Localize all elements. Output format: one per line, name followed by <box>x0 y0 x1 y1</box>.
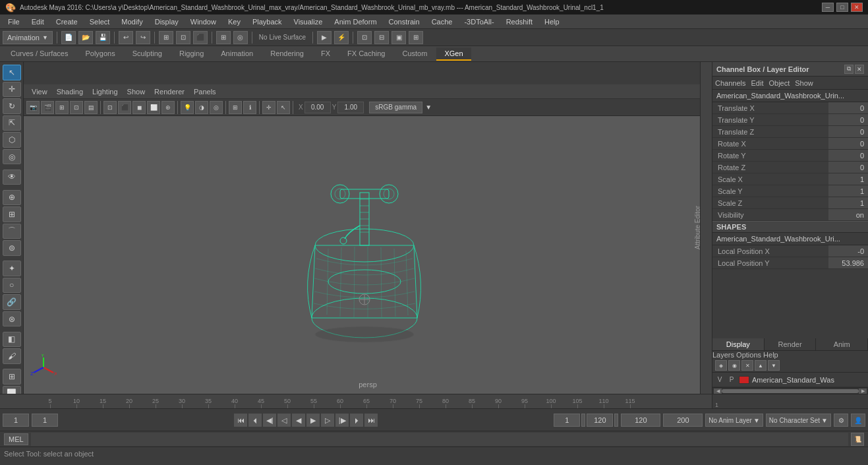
sx-value[interactable]: 1 <box>828 173 868 185</box>
vp-camera-btn[interactable]: 📷 <box>26 101 40 114</box>
max-end-value[interactable]: 200 <box>663 414 703 427</box>
maximize-button[interactable]: □ <box>836 3 848 12</box>
range-start-input[interactable]: 1 <box>554 414 580 427</box>
snap-pt-btn[interactable]: ⊕ <box>3 190 21 206</box>
tab-polygons[interactable]: Polygons <box>77 47 123 61</box>
sy-value[interactable]: 1 <box>828 185 868 197</box>
select-btn[interactable]: ⊞ <box>159 31 173 44</box>
snap-curve-btn[interactable]: ◎ <box>233 31 248 44</box>
play-forward-btn[interactable]: ▶ <box>306 414 320 427</box>
step-back-btn[interactable]: ⏴ <box>248 414 262 427</box>
ty-value[interactable]: 0 <box>828 114 868 125</box>
current-frame-display[interactable]: 1 <box>3 414 29 427</box>
layout-btn-4[interactable]: ⊞ <box>409 31 423 44</box>
layers-menu-help[interactable]: Help <box>763 351 778 359</box>
render-btn[interactable]: ▶ <box>317 31 332 44</box>
redo-btn[interactable]: ↪ <box>136 31 150 44</box>
ch-menu-channels[interactable]: Channels <box>715 79 745 87</box>
vp-flat-btn[interactable]: ◼ <box>132 101 146 114</box>
vis-value[interactable]: on <box>828 209 868 220</box>
ch-menu-edit[interactable]: Edit <box>751 79 763 87</box>
layout-btn-3[interactable]: ▣ <box>391 31 406 44</box>
layers-menu-layers[interactable]: Layers <box>712 351 734 359</box>
last-tool-btn[interactable]: ⬡ <box>3 132 21 148</box>
cluster-btn[interactable]: ✦ <box>3 261 21 276</box>
menu-select[interactable]: Select <box>84 16 115 27</box>
undo-btn[interactable]: ↩ <box>119 31 133 44</box>
layers-move-up-btn[interactable]: ▲ <box>755 360 767 371</box>
snap-curve-tool-btn[interactable]: ⌒ <box>3 224 21 239</box>
tab-fx[interactable]: FX <box>313 47 338 61</box>
mel-input[interactable] <box>31 433 848 446</box>
tab-display[interactable]: Display <box>712 338 765 350</box>
mel-script-btn[interactable]: 📜 <box>851 433 864 446</box>
vp-safe-action-btn[interactable]: ⊡ <box>70 101 83 114</box>
tab-render[interactable]: Render <box>765 338 817 350</box>
layout-btn-1[interactable]: ⊡ <box>357 31 372 44</box>
close-button[interactable]: ✕ <box>851 3 863 12</box>
ik-btn[interactable]: 🔗 <box>3 294 21 310</box>
window-controls[interactable]: ─ □ ✕ <box>822 3 863 12</box>
vp-shadow-btn[interactable]: ◑ <box>195 101 208 114</box>
bind-skin-btn[interactable]: ⊛ <box>3 311 21 327</box>
move-tool-btn[interactable]: ✛ <box>3 82 21 98</box>
layers-new-empty-btn[interactable]: ◉ <box>728 360 740 371</box>
ry-value[interactable]: 0 <box>828 150 868 161</box>
scale-tool-btn[interactable]: ⇱ <box>3 115 21 131</box>
minimize-button[interactable]: ─ <box>822 3 834 12</box>
snap-surf-btn[interactable]: ⊚ <box>3 240 21 256</box>
open-scene-btn[interactable]: 📂 <box>78 31 93 44</box>
menu-key[interactable]: Key <box>223 16 246 27</box>
save-scene-btn[interactable]: 💾 <box>96 31 110 44</box>
vp-panels-menu[interactable]: Panels <box>190 86 220 97</box>
start-frame-display[interactable]: 1 <box>32 414 58 427</box>
menu-anim-deform[interactable]: Anim Deform <box>329 16 382 27</box>
scroll-thumb[interactable] <box>722 389 859 393</box>
tab-fx-caching[interactable]: FX Caching <box>339 47 393 61</box>
vp-xray-btn[interactable]: ◎ <box>210 101 223 114</box>
vp-sel-cam-btn[interactable]: 🎬 <box>41 101 54 114</box>
ipr-btn[interactable]: ⚡ <box>334 31 349 44</box>
vp-heads-up-btn[interactable]: ℹ <box>243 101 256 114</box>
vp-safe-title-btn[interactable]: ▤ <box>84 101 98 114</box>
menu-cache[interactable]: Cache <box>426 16 458 27</box>
prev-frame-btn[interactable]: ◁ <box>277 414 291 427</box>
step-fwd-btn[interactable]: ⏵ <box>350 414 363 427</box>
tab-xgen[interactable]: XGen <box>436 47 471 61</box>
no-char-set-dropdown[interactable]: No Character Set ▼ <box>766 414 831 427</box>
vp-bounding-btn[interactable]: ⬜ <box>147 101 160 114</box>
ch-menu-show[interactable]: Show <box>795 79 813 87</box>
vp-film-gate-btn[interactable]: ⊞ <box>55 101 69 114</box>
viewport-canvas[interactable]: X Y Z persp <box>24 116 712 394</box>
tab-anim[interactable]: Anim <box>816 338 868 350</box>
layout-btn-2[interactable]: ⊟ <box>374 31 389 44</box>
menu-playback[interactable]: Playback <box>247 16 287 27</box>
vp-shading-menu[interactable]: Shading <box>53 86 87 97</box>
vp-view-menu[interactable]: View <box>28 86 51 97</box>
timeline-ruler[interactable]: 5 10 15 20 25 30 35 40 45 50 55 60 65 70… <box>0 394 868 409</box>
layers-menu-options[interactable]: Options <box>736 351 761 359</box>
layers-move-down-btn[interactable]: ▼ <box>768 360 780 371</box>
next-key-btn[interactable]: |▶ <box>335 414 349 427</box>
snap-grid-btn[interactable]: ⊞ <box>216 31 231 44</box>
menu-constrain[interactable]: Constrain <box>384 16 425 27</box>
panel-close-btn[interactable]: ✕ <box>855 65 864 74</box>
menu-display[interactable]: Display <box>150 16 184 27</box>
vp-show-menu[interactable]: Show <box>123 86 150 97</box>
anim-settings-btn[interactable]: ⚙ <box>834 414 848 427</box>
skip-to-end-btn[interactable]: ⏭ <box>364 414 378 427</box>
menu-file[interactable]: File <box>3 16 25 27</box>
tab-animation[interactable]: Animation <box>213 47 261 61</box>
scroll-right-btn[interactable]: ▶ <box>859 388 867 394</box>
range-slider-end[interactable] <box>614 414 618 427</box>
sz-value[interactable]: 1 <box>828 197 868 208</box>
next-frame-btn[interactable]: ▷ <box>321 414 334 427</box>
menu-modify[interactable]: Modify <box>116 16 148 27</box>
skip-to-start-btn[interactable]: ⏮ <box>234 414 247 427</box>
vp-sel-btn[interactable]: ↖ <box>277 101 290 114</box>
colorspace-display[interactable]: sRGB gamma <box>369 102 422 113</box>
tab-rigging[interactable]: Rigging <box>171 47 212 61</box>
scroll-left-btn[interactable]: ◀ <box>714 388 722 394</box>
menu-edit[interactable]: Edit <box>26 16 49 27</box>
paint-weights-btn[interactable]: 🖌 <box>3 348 21 364</box>
